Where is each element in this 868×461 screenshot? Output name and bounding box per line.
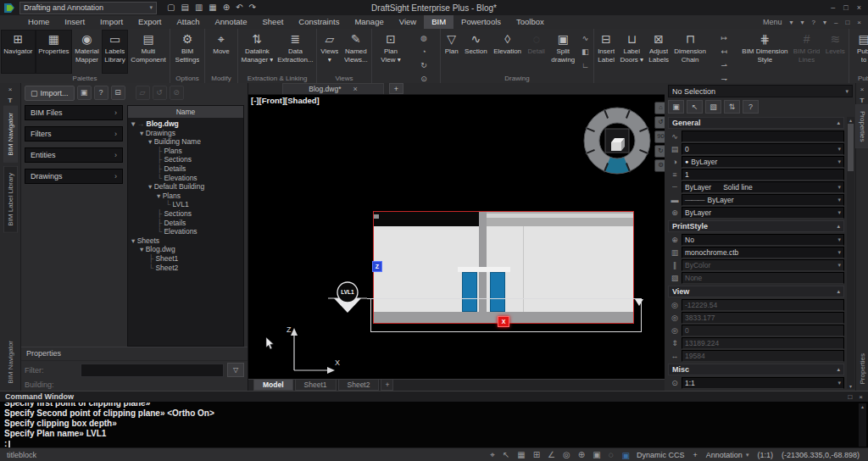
collapse-icon[interactable]: ▴	[837, 119, 840, 126]
selection-set-icon[interactable]: ▣	[668, 100, 684, 114]
plan-marker-icon[interactable]: ∟	[579, 59, 592, 71]
menu-tab-toolbox[interactable]: Toolbox	[509, 15, 552, 29]
expand-icon[interactable]: ▾	[157, 192, 163, 200]
share-web-icon[interactable]: ⊕	[223, 0, 230, 15]
elevation-button[interactable]: ◊Elevation	[490, 30, 524, 74]
menu-tab-attach[interactable]: Attach	[170, 15, 208, 29]
menu-tab-manage[interactable]: Manage	[347, 15, 391, 29]
adjust-labels-button[interactable]: ⊠AdjustLabels	[646, 30, 671, 84]
menu-tab-insert[interactable]: Insert	[57, 15, 92, 29]
lineweight-toggle-icon[interactable]: ◌	[609, 450, 614, 460]
rotate-cw-icon[interactable]: ↻	[654, 145, 665, 158]
help-button[interactable]: ?	[812, 19, 815, 26]
help-icon[interactable]: ?	[94, 86, 108, 100]
tree-item-sheet1[interactable]: ├ Sheet1	[128, 254, 243, 264]
pointer-mode-icon[interactable]: ↖	[503, 450, 509, 460]
doc-restore-button[interactable]: □	[845, 19, 849, 26]
sheet-tab-add[interactable]: +	[381, 380, 393, 391]
close-tab-icon[interactable]: ×	[353, 85, 358, 93]
select-region-icon[interactable]: ▧	[705, 100, 721, 114]
expand-icon[interactable]: ▾	[131, 236, 137, 245]
render-rotate-icon[interactable]: ↻	[418, 59, 431, 71]
accordion-item-bim-files[interactable]: BIM Files›	[25, 105, 123, 120]
expand-icon[interactable]: ▾	[131, 119, 137, 128]
palette-pin-icon[interactable]: ┰	[8, 95, 13, 103]
menu-tab-sheet[interactable]: Sheet	[255, 15, 292, 29]
import-button[interactable]: ▢ Import...	[25, 86, 75, 101]
sheet-tab-sheet1[interactable]: Sheet1	[295, 380, 337, 391]
render-sphere-icon[interactable]: ◔	[418, 46, 431, 58]
plan-button[interactable]: ▽Plan	[442, 30, 461, 74]
ccs-icon[interactable]: ▣	[593, 450, 600, 460]
filter-button[interactable]: ▽	[227, 363, 244, 377]
publish-button[interactable]: ▤Publto	[850, 30, 868, 74]
tree-item-blog-dwg[interactable]: ▾ → Blog.dwg	[128, 119, 243, 129]
tree-item-plans[interactable]: ├ Plans	[128, 147, 243, 156]
expand-icon[interactable]: ▾	[148, 137, 154, 146]
menu-button[interactable]: Menu	[763, 18, 782, 26]
open-file-icon[interactable]: ▤	[181, 0, 188, 15]
tree-item-elevations[interactable]: └ Elevations	[128, 174, 243, 183]
tree-item-details[interactable]: ├ Details	[128, 219, 243, 228]
tree-item-lvl1[interactable]: └ LVL1	[128, 200, 243, 209]
tree-item-building-name[interactable]: ▾ Building Name	[128, 137, 243, 147]
home-icon[interactable]: ⌂	[654, 102, 665, 114]
clip-volume-icon[interactable]: ◧	[579, 46, 592, 58]
palette-close-icon[interactable]: ×	[8, 86, 13, 93]
expand-icon[interactable]: ▾	[140, 129, 146, 137]
pointer-icon[interactable]: ↖	[687, 100, 703, 114]
property-field-line-style[interactable]: ByLayerSolid line▾	[682, 181, 844, 193]
filter-input[interactable]	[81, 364, 224, 377]
tree-item-sections[interactable]: ├ Sections	[128, 209, 243, 219]
render-material-icon[interactable]: ◍	[418, 32, 431, 44]
tree-item-default-building[interactable]: ▾ Default Building	[128, 182, 243, 192]
tree-column-header[interactable]: Name	[128, 106, 243, 118]
minimize-button[interactable]: –	[831, 0, 835, 15]
datalink-manager-button[interactable]: ⇅DatalinkManager ▾	[239, 30, 275, 74]
property-field-line-color[interactable]: ●ByLayer▾	[682, 156, 844, 168]
property-field-printstyle-table[interactable]: monochrome.ctb▾	[682, 247, 844, 258]
sheet-tab-sheet2[interactable]: Sheet2	[338, 380, 380, 391]
dock-panel-icon[interactable]: ⊟	[111, 86, 125, 100]
menu-tab-view[interactable]: View	[392, 15, 424, 29]
ribbon-collapse-icon[interactable]: ▾	[801, 19, 804, 26]
polar-icon[interactable]: ∠	[548, 450, 555, 460]
scroll-down-icon[interactable]: ▾	[849, 383, 852, 389]
bim-dimension-style-button[interactable]: ⋕BIM DimensionStyle	[739, 30, 791, 84]
menu-tab-home[interactable]: Home	[20, 15, 57, 29]
bim-settings-button[interactable]: ⚙BIMSettings	[171, 30, 203, 74]
property-field-transparency[interactable]: ByLayer▾	[682, 207, 844, 219]
doc-close-button[interactable]: ×	[857, 19, 861, 26]
property-field-print[interactable]: No▾	[682, 234, 844, 246]
material-mapper-button[interactable]: ◉MaterialMapper	[72, 30, 102, 74]
property-field-annotation-scale[interactable]: 1:1▾	[682, 377, 844, 389]
move-button[interactable]: ⌖Move	[206, 30, 236, 74]
doc-minimize-button[interactable]: –	[834, 19, 837, 26]
command-window-header[interactable]: Command Window □×	[0, 392, 868, 402]
multi-component-button[interactable]: ▤MultiComponent	[128, 30, 169, 74]
menu-tab-annotate[interactable]: Annotate	[207, 15, 254, 29]
sheet-tab-model[interactable]: Model	[253, 380, 293, 391]
new-document-button[interactable]: +	[389, 83, 403, 94]
section-button[interactable]: ∿Section	[461, 30, 490, 74]
section-header-printstyle[interactable]: PrintStyle▴	[668, 220, 844, 232]
snap-icon[interactable]: ⊞	[533, 450, 540, 460]
tree-item-drawings[interactable]: ▾ Drawings	[128, 129, 243, 138]
scroll-up-icon[interactable]: ▴	[861, 404, 864, 409]
rotate-ccw-icon[interactable]: ↺	[654, 116, 665, 129]
scroll-up-icon[interactable]: ▴	[849, 117, 852, 123]
menu-tab-powertools[interactable]: Powertools	[453, 15, 509, 29]
accordion-item-entities[interactable]: Entities›	[25, 147, 123, 163]
annotation-scale-dropdown[interactable]: Annotation ▾	[706, 451, 749, 459]
save-icon[interactable]: ▦	[209, 0, 216, 15]
close-button[interactable]: ×	[857, 0, 861, 15]
undo-icon[interactable]: ↶	[236, 0, 242, 15]
properties-scrollbar[interactable]: ▴ ▾	[847, 117, 854, 389]
property-field-line-scale[interactable]: 1	[682, 169, 844, 181]
menu-tab-export[interactable]: Export	[131, 15, 169, 29]
rotate-angle-label[interactable]: 90	[654, 131, 665, 143]
navigation-wheel[interactable]	[576, 100, 658, 181]
navigator-button[interactable]: ⊞Navigator	[1, 30, 36, 74]
labels-library-button[interactable]: ▭LabelsLibrary	[102, 30, 128, 74]
help-dropdown-icon[interactable]: ▾	[823, 19, 826, 26]
